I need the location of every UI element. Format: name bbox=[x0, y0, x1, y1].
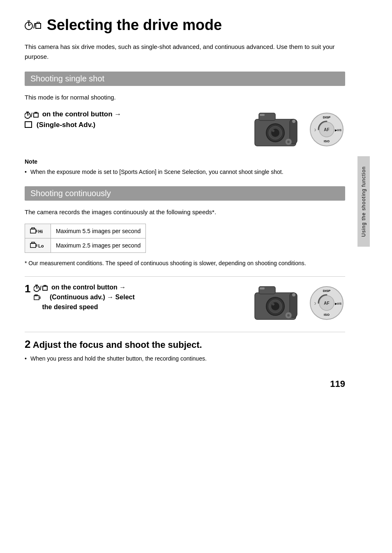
step1-number: 1 bbox=[25, 282, 30, 295]
step2-title-text: Adjust the focus and shoot the subject. bbox=[33, 340, 202, 350]
ss-on-control: on the control button → bbox=[42, 110, 122, 118]
svg-point-62 bbox=[272, 303, 274, 305]
svg-rect-34 bbox=[32, 228, 35, 229]
svg-rect-5 bbox=[36, 23, 41, 28]
single-shot-instruction-text: / on the control button → (Single-shot A… bbox=[25, 109, 238, 137]
intro-text: This camera has six drive modes, such as… bbox=[25, 42, 345, 62]
page-number: 119 bbox=[330, 379, 345, 389]
svg-text:/: / bbox=[33, 22, 35, 30]
svg-rect-39 bbox=[30, 243, 36, 248]
step2-section: 2 Adjust the focus and shoot the subject… bbox=[25, 332, 345, 363]
table-cell-hi-text: Maximum 5.5 images per second bbox=[51, 224, 146, 238]
step2-detail: When you press and hold the shutter butt… bbox=[25, 354, 345, 363]
section-header-single-shot: Shooting single shot bbox=[25, 72, 345, 86]
table-row: Hi Maximum 5.5 images per second bbox=[25, 224, 146, 238]
note-title: Note bbox=[25, 158, 345, 165]
dial-svg-2: DISP ▶WB ISO ☽ AF bbox=[308, 285, 345, 322]
svg-point-20 bbox=[272, 130, 274, 132]
svg-text:☽: ☽ bbox=[313, 128, 316, 132]
svg-text:☽: ☽ bbox=[313, 302, 316, 305]
svg-rect-6 bbox=[37, 22, 39, 23]
drive-speed-table: Hi Maximum 5.5 images per second Lo bbox=[25, 224, 146, 253]
svg-text:▶WB: ▶WB bbox=[335, 302, 342, 305]
svg-rect-33 bbox=[30, 229, 36, 233]
single-shot-desc: This mode is for normal shooting. bbox=[25, 93, 345, 102]
dial-svg-1: DISP ▶WB ISO ☽ AF bbox=[308, 111, 345, 148]
page-title: / Selecting the drive mode bbox=[25, 16, 345, 34]
ss-instruction: / on the control button → (Single-shot A… bbox=[25, 109, 238, 130]
sidebar-label: Using the shooting function bbox=[357, 156, 370, 247]
svg-text:DISP: DISP bbox=[323, 116, 331, 119]
single-shot-note: Note When the exposure mode is set to [S… bbox=[25, 158, 345, 176]
svg-point-23 bbox=[292, 120, 295, 123]
svg-text:ISO: ISO bbox=[324, 313, 330, 317]
continuous-section-body: The camera records the images continuous… bbox=[25, 207, 345, 363]
step1-on-control: on the control button → bbox=[51, 284, 126, 291]
step2-title: 2 Adjust the focus and shoot the subject… bbox=[25, 338, 345, 351]
step1-result: (Continuous adv.) → Select bbox=[50, 294, 135, 301]
svg-text:AF: AF bbox=[324, 301, 329, 305]
single-shot-camera-images: DISP ▶WB ISO ☽ AF bbox=[251, 109, 345, 150]
table-cell-lo-text: Maximum 2.5 images per second bbox=[51, 238, 146, 253]
step1-content: / on the control button → (Contin bbox=[34, 282, 247, 312]
svg-point-65 bbox=[292, 293, 295, 296]
svg-point-25 bbox=[287, 141, 290, 143]
svg-rect-12 bbox=[34, 113, 38, 117]
svg-text:▶WB: ▶WB bbox=[335, 129, 342, 132]
svg-text:/: / bbox=[40, 285, 42, 292]
svg-text:ISO: ISO bbox=[324, 139, 330, 143]
step1-camera-images: DISP ▶WB ISO ☽ AF bbox=[251, 282, 345, 324]
title-text: Selecting the drive mode bbox=[47, 16, 222, 34]
step1-result2: the desired speed bbox=[34, 303, 98, 310]
camera-svg-1 bbox=[251, 109, 304, 150]
title-icons: / bbox=[25, 17, 43, 33]
svg-text:Hi: Hi bbox=[38, 229, 43, 234]
svg-text:/: / bbox=[31, 112, 32, 118]
page-container: / Selecting the drive mode This camera h… bbox=[0, 0, 370, 398]
camera-svg-2 bbox=[251, 282, 304, 324]
svg-rect-14 bbox=[25, 122, 32, 127]
svg-rect-52 bbox=[34, 296, 39, 300]
single-shot-instruction-row: / on the control button → (Single-shot A… bbox=[25, 109, 345, 150]
table-cell-lo-icon: Lo bbox=[25, 238, 51, 253]
step1-text: / on the control button → (Contin bbox=[34, 282, 247, 312]
svg-rect-40 bbox=[32, 242, 35, 243]
step1-row: 1 / on the control button → bbox=[25, 276, 345, 324]
section-header-continuous: Shooting continuously bbox=[25, 186, 345, 201]
ss-result: (Single-shot Adv.) bbox=[37, 121, 96, 129]
svg-point-67 bbox=[287, 314, 290, 317]
note-text: When the exposure mode is set to [Sports… bbox=[25, 167, 345, 176]
svg-text:Lo: Lo bbox=[38, 243, 44, 248]
table-row: Lo Maximum 2.5 images per second bbox=[25, 238, 146, 253]
step2-number: 2 bbox=[25, 338, 30, 350]
svg-text:DISP: DISP bbox=[323, 289, 331, 293]
table-cell-hi-icon: Hi bbox=[25, 224, 51, 238]
svg-text:AF: AF bbox=[324, 127, 329, 132]
footnote: * Our measurement conditions. The speed … bbox=[25, 259, 345, 268]
svg-rect-64 bbox=[260, 287, 265, 289]
svg-rect-22 bbox=[260, 114, 265, 116]
continuous-desc: The camera records the images continuous… bbox=[25, 207, 345, 217]
svg-rect-50 bbox=[43, 286, 47, 290]
